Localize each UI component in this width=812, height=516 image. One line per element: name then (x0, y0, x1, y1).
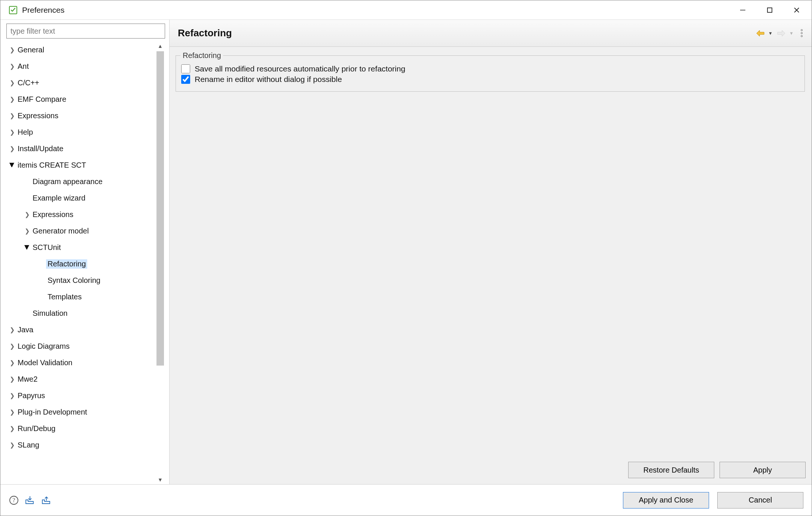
sidebar: ❯General ❯Ant ❯C/C++ ❯EMF Compare ❯Expre… (0, 20, 170, 484)
tree-item-expressions[interactable]: ❯Expressions (6, 107, 157, 124)
tree-item-ccpp[interactable]: ❯C/C++ (6, 74, 157, 91)
tree-item-generator-model[interactable]: ❯Generator model (6, 223, 157, 239)
tree-item-itemis-expressions[interactable]: ❯Expressions (6, 206, 157, 223)
main-panel: Refactoring ▼ ▼ Refactoring (170, 20, 812, 484)
tree-item-slang[interactable]: ❯SLang (6, 437, 157, 453)
page-content: Refactoring Save all modified resources … (170, 47, 812, 459)
apply-button[interactable]: Apply (720, 462, 806, 478)
filter-input[interactable] (6, 24, 165, 39)
tree-item-mwe2[interactable]: ❯Mwe2 (6, 371, 157, 387)
nav-forward-dropdown[interactable]: ▼ (789, 31, 794, 36)
import-prefs-icon[interactable] (24, 495, 36, 505)
export-prefs-icon[interactable] (41, 495, 52, 505)
page-header: Refactoring ▼ ▼ (170, 20, 812, 47)
tree-item-model-validation[interactable]: ❯Model Validation (6, 354, 157, 371)
scroll-up-icon[interactable]: ▲ (156, 42, 165, 51)
tree-item-sctunit[interactable]: ⯆SCTUnit (6, 239, 157, 256)
help-icon[interactable]: ? (9, 495, 19, 506)
save-all-label: Save all modified resources automaticall… (195, 64, 405, 73)
window-maximize-button[interactable] (756, 1, 783, 19)
save-all-checkbox[interactable] (181, 64, 190, 73)
refactoring-group: Refactoring Save all modified resources … (176, 51, 805, 92)
tree-item-ant[interactable]: ❯Ant (6, 58, 157, 74)
nav-forward-button[interactable] (776, 28, 787, 39)
window-title: Preferences (22, 6, 64, 15)
view-menu-button[interactable] (801, 29, 803, 37)
window-close-button[interactable] (783, 1, 810, 19)
tree-item-itemis[interactable]: ⯆itemis CREATE SCT (6, 157, 157, 173)
scroll-thumb[interactable] (156, 51, 164, 366)
titlebar: Preferences (0, 0, 812, 20)
dialog-body: ❯General ❯Ant ❯C/C++ ❯EMF Compare ❯Expre… (0, 20, 812, 484)
nav-back-dropdown[interactable]: ▼ (768, 31, 773, 36)
tree-item-general[interactable]: ❯General (6, 42, 157, 58)
svg-text:?: ? (12, 497, 15, 503)
window-minimize-button[interactable] (729, 1, 756, 19)
tree-item-example-wizard[interactable]: ❯Example wizard (6, 190, 157, 206)
page-title: Refactoring (178, 27, 232, 39)
tree-scrollbar[interactable]: ▲ ▼ (156, 42, 165, 484)
tree-item-logic-diagrams[interactable]: ❯Logic Diagrams (6, 338, 157, 354)
tree-item-run-debug[interactable]: ❯Run/Debug (6, 420, 157, 437)
tree-item-diagram-appearance[interactable]: ❯Diagram appearance (6, 173, 157, 190)
preferences-tree[interactable]: ❯General ❯Ant ❯C/C++ ❯EMF Compare ❯Expre… (6, 42, 165, 484)
tree-item-papyrus[interactable]: ❯Papyrus (6, 387, 157, 404)
cancel-button[interactable]: Cancel (717, 492, 803, 509)
tree-item-templates[interactable]: ❯Templates (6, 288, 157, 305)
tree-item-emf-compare[interactable]: ❯EMF Compare (6, 91, 157, 107)
tree-item-plugin-development[interactable]: ❯Plug-in Development (6, 404, 157, 420)
scroll-down-icon[interactable]: ▼ (156, 475, 165, 484)
tree-item-syntax-coloring[interactable]: ❯Syntax Coloring (6, 272, 157, 288)
group-legend: Refactoring (180, 51, 223, 60)
rename-inline-label: Rename in editor without dialog if possi… (195, 75, 342, 84)
tree-item-refactoring[interactable]: ❯Refactoring (6, 256, 157, 272)
rename-inline-checkbox[interactable] (181, 75, 190, 84)
tree-item-help[interactable]: ❯Help (6, 124, 157, 140)
tree-item-simulation[interactable]: ❯Simulation (6, 305, 157, 321)
page-button-row: Restore Defaults Apply (170, 459, 812, 484)
tree-item-install-update[interactable]: ❯Install/Update (6, 140, 157, 157)
app-icon (8, 5, 18, 15)
svg-rect-2 (767, 8, 772, 12)
tree-item-java[interactable]: ❯Java (6, 321, 157, 338)
nav-back-button[interactable] (755, 28, 766, 39)
preferences-window: Preferences ❯General ❯Ant ❯C/C++ ❯EMF Co… (0, 0, 812, 516)
restore-defaults-button[interactable]: Restore Defaults (628, 462, 714, 478)
dialog-footer: ? Apply and Close Cancel (0, 484, 812, 516)
apply-and-close-button[interactable]: Apply and Close (623, 492, 709, 509)
